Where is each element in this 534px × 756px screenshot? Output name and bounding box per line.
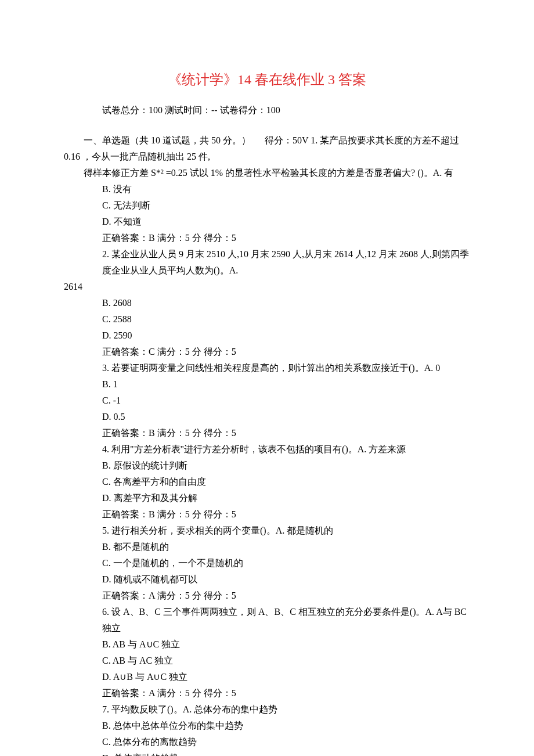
q7-d: D. 总体变动的趋势 (64, 750, 470, 756)
total-value: 100 (149, 105, 163, 115)
q1-c: C. 无法判断 (64, 197, 470, 214)
q6-c: C. AB 与 AC 独立 (64, 653, 470, 669)
score-value: 100 (266, 105, 280, 115)
q3-answer: 正确答案：B 满分：5 分 得分：5 (64, 425, 470, 441)
q3-b: B. 1 (64, 376, 470, 393)
q4-answer: 正确答案：B 满分：5 分 得分：5 (64, 506, 470, 523)
meta-line: 试卷总分：100 测试时间：-- 试卷得分：100 (64, 102, 470, 118)
q2-c: C. 2588 (64, 311, 470, 327)
q2-d: D. 2590 (64, 327, 470, 344)
q4-c: C. 各离差平方和的自由度 (64, 474, 470, 490)
q1-b: B. 没有 (64, 181, 470, 197)
time-value: -- (211, 105, 218, 115)
q4-b: B. 原假设的统计判断 (64, 458, 470, 474)
q1-line2: 得样本修正方差 S*² =0.25 试以 1% 的显著性水平检验其长度的方差是否… (64, 165, 470, 181)
q6-d: D. A∪B 与 A∪C 独立 (64, 669, 470, 685)
q3-c: C. -1 (64, 393, 470, 409)
doc-title: 《统计学》14 春在线作业 3 答案 (64, 67, 470, 92)
q5-d: D. 随机或不随机都可以 (64, 571, 470, 588)
q6-line1: 6. 设 A、B、C 三个事件两两独立，则 A、B、C 相互独立的充分必要条件是… (64, 604, 470, 636)
q7-c: C. 总体分布的离散趋势 (64, 734, 470, 750)
q2-line1: 2. 某企业从业人员 9 月末 2510 人,10 月末 2590 人,从月末 … (64, 246, 470, 279)
q2-answer: 正确答案：C 满分：5 分 得分：5 (64, 344, 470, 360)
q1-d: D. 不知道 (64, 214, 470, 230)
q6-answer: 正确答案：A 满分：5 分 得分：5 (64, 685, 470, 701)
total-label: 试卷总分： (102, 105, 149, 115)
content: 一、单选题（共 10 道试题，共 50 分。） 得分：50V 1. 某产品按要求… (64, 132, 470, 756)
time-label: 测试时间： (165, 105, 211, 115)
q5-b: B. 都不是随机的 (64, 539, 470, 555)
q5-line1: 5. 进行相关分析，要求相关的两个变量()。A. 都是随机的 (64, 523, 470, 539)
q5-answer: 正确答案：A 满分：5 分 得分：5 (64, 588, 470, 604)
section-intro-a: 一、单选题（共 10 道试题，共 50 分。） (84, 135, 251, 145)
q4-d: D. 离差平方和及其分解 (64, 490, 470, 506)
q1-answer: 正确答案：B 满分：5 分 得分：5 (64, 230, 470, 246)
q3-d: D. 0.5 (64, 409, 470, 425)
q2-line2: 2614 (64, 279, 470, 295)
q2-b: B. 2608 (64, 295, 470, 311)
q7-line1: 7. 平均数反映了()。A. 总体分布的集中趋势 (64, 701, 470, 718)
q5-c: C. 一个是随机的，一个不是随机的 (64, 555, 470, 571)
q4-line1: 4. 利用"方差分析表"进行方差分析时，该表不包括的项目有()。A. 方差来源 (64, 441, 470, 458)
q7-b: B. 总体中总体单位分布的集中趋势 (64, 718, 470, 734)
section-intro: 一、单选题（共 10 道试题，共 50 分。） 得分：50V 1. 某产品按要求… (64, 132, 470, 165)
score-label: 试卷得分： (220, 105, 266, 115)
q6-b: B. AB 与 A∪C 独立 (64, 636, 470, 653)
q3-line1: 3. 若要证明两变量之间线性相关程度是高的，则计算出的相关系数应接近于()。A.… (64, 360, 470, 376)
